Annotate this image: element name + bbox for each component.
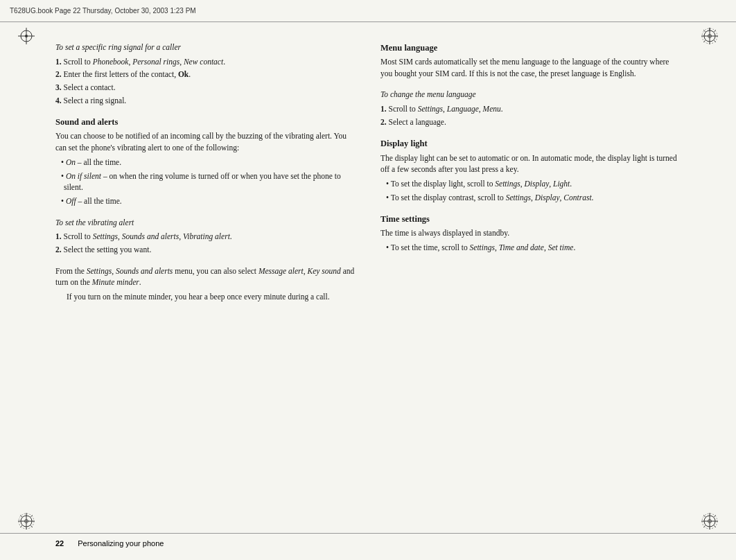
corner-mark-bl bbox=[17, 511, 36, 534]
menu-language-body: Most SIM cards automatically set the men… bbox=[380, 56, 681, 79]
heading-sound-alerts: Sound and alerts bbox=[55, 116, 356, 128]
svg-line-27 bbox=[714, 515, 716, 517]
heading-change-language: To change the menu language bbox=[380, 89, 681, 100]
svg-line-28 bbox=[714, 525, 716, 527]
svg-line-18 bbox=[30, 515, 33, 517]
step-1: 1. Scroll to Phonebook, Personal rings, … bbox=[55, 56, 356, 68]
option-off: Off – all the time. bbox=[55, 195, 356, 207]
settings-note-para1: From the Settings, Sounds and alerts men… bbox=[55, 265, 356, 288]
step-2: 2. Enter the first letters of the contac… bbox=[55, 69, 356, 80]
heading-time-settings: Time settings bbox=[380, 213, 681, 225]
steps-change-language: 1. Scroll to Settings, Language, Menu. 2… bbox=[380, 103, 681, 128]
corner-mark-tl bbox=[17, 26, 36, 49]
corner-mark-tr bbox=[700, 26, 719, 49]
svg-line-10 bbox=[714, 40, 716, 42]
steps-ring-signal: 1. Scroll to Phonebook, Personal rings, … bbox=[55, 56, 356, 107]
time-settings-bullets: To set the time, scroll to Settings, Tim… bbox=[380, 242, 681, 254]
footer-title: Personalizing your phone bbox=[78, 539, 164, 548]
main-content: To set a specific ring signal for a call… bbox=[55, 42, 681, 505]
right-column: Menu language Most SIM cards automatical… bbox=[380, 42, 681, 505]
section-time-settings: Time settings The time is always display… bbox=[380, 213, 681, 253]
svg-line-8 bbox=[703, 30, 706, 32]
svg-line-17 bbox=[20, 515, 22, 517]
page: T628UG.book Page 22 Thursday, October 30… bbox=[0, 0, 736, 560]
section-set-vibrating: To set the vibrating alert 1. Scroll to … bbox=[55, 217, 356, 256]
display-light-bullets: To set the display light, scroll to Sett… bbox=[380, 178, 681, 203]
settings-note-para2: If you turn on the minute minder, you he… bbox=[55, 291, 356, 303]
vibrating-alert-options: On – all the time. On if silent – on whe… bbox=[55, 157, 356, 207]
svg-line-20 bbox=[20, 525, 22, 527]
step-3: 3. Select a contact. bbox=[55, 82, 356, 94]
display-bullet-1: To set the display light, scroll to Sett… bbox=[380, 178, 681, 190]
time-bullet-1: To set the time, scroll to Settings, Tim… bbox=[380, 242, 681, 254]
option-on-if-silent: On if silent – on when the ring volume i… bbox=[55, 170, 356, 193]
steps-vibrating: 1. Scroll to Settings, Sounds and alerts… bbox=[55, 231, 356, 255]
footer-page-number: 22 bbox=[55, 539, 64, 548]
section-sound-alerts: Sound and alerts You can choose to be no… bbox=[55, 116, 356, 207]
header-bar: T628UG.book Page 22 Thursday, October 30… bbox=[0, 0, 736, 22]
display-light-body: The display light can be set to automati… bbox=[380, 152, 681, 175]
heading-display-light: Display light bbox=[380, 137, 681, 150]
heading-set-vibrating: To set the vibrating alert bbox=[55, 217, 356, 229]
sound-alerts-intro: You can choose to be notified of an inco… bbox=[55, 130, 356, 153]
heading-menu-language: Menu language bbox=[380, 42, 681, 54]
svg-line-19 bbox=[30, 525, 33, 527]
section-menu-language: Menu language Most SIM cards automatical… bbox=[380, 42, 681, 79]
svg-line-9 bbox=[714, 30, 716, 32]
footer: 22 Personalizing your phone bbox=[0, 533, 736, 548]
svg-point-3 bbox=[25, 35, 28, 37]
left-column: To set a specific ring signal for a call… bbox=[55, 42, 356, 505]
time-settings-body: The time is always displayed in standby. bbox=[380, 227, 681, 239]
section-ring-signal: To set a specific ring signal for a call… bbox=[55, 42, 356, 106]
option-on: On – all the time. bbox=[55, 157, 356, 168]
header-text: T628UG.book Page 22 Thursday, October 30… bbox=[10, 7, 196, 15]
corner-mark-br bbox=[700, 511, 719, 534]
heading-ring-signal: To set a specific ring signal for a call… bbox=[55, 42, 356, 53]
section-settings-note: From the Settings, Sounds and alerts men… bbox=[55, 265, 356, 303]
vibrating-step-2: 2. Select the setting you want. bbox=[55, 244, 356, 256]
section-display-light: Display light The display light can be s… bbox=[380, 137, 681, 203]
svg-line-26 bbox=[703, 515, 706, 517]
vibrating-step-1: 1. Scroll to Settings, Sounds and alerts… bbox=[55, 231, 356, 243]
section-change-language: To change the menu language 1. Scroll to… bbox=[380, 89, 681, 128]
lang-step-2: 2. Select a language. bbox=[380, 116, 681, 128]
step-4: 4. Select a ring signal. bbox=[55, 95, 356, 107]
svg-line-29 bbox=[703, 525, 706, 527]
lang-step-1: 1. Scroll to Settings, Language, Menu. bbox=[380, 103, 681, 115]
svg-line-11 bbox=[703, 40, 706, 42]
display-bullet-2: To set the display contrast, scroll to S… bbox=[380, 192, 681, 204]
